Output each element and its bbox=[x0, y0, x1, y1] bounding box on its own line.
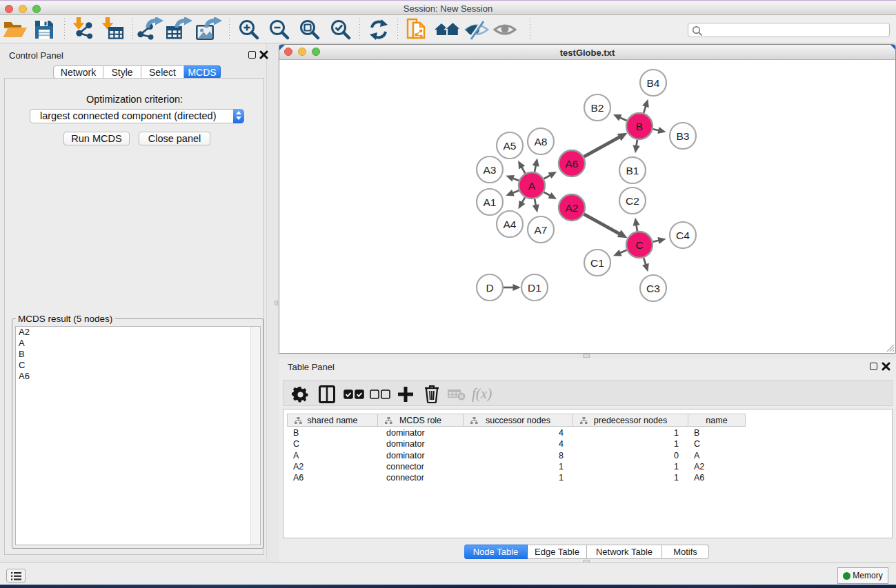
svg-text:C: C bbox=[635, 239, 643, 251]
svg-text:D1: D1 bbox=[528, 282, 541, 294]
svg-text:B1: B1 bbox=[626, 165, 639, 176]
svg-text:A2: A2 bbox=[566, 202, 579, 214]
svg-text:f(x): f(x) bbox=[472, 386, 492, 402]
svg-text:A7: A7 bbox=[535, 224, 548, 236]
svg-text:A1: A1 bbox=[484, 196, 497, 208]
svg-text:C3: C3 bbox=[646, 283, 660, 294]
svg-text:A4: A4 bbox=[504, 219, 517, 230]
svg-text:A: A bbox=[528, 180, 536, 192]
svg-text:C2: C2 bbox=[626, 195, 639, 207]
svg-text:A3: A3 bbox=[484, 164, 497, 176]
svg-text:B4: B4 bbox=[647, 77, 660, 89]
svg-text:B3: B3 bbox=[677, 130, 690, 142]
svg-text:D: D bbox=[486, 282, 493, 294]
svg-text:A8: A8 bbox=[535, 136, 548, 148]
svg-text:C4: C4 bbox=[676, 230, 690, 241]
svg-text:B2: B2 bbox=[591, 102, 604, 114]
svg-text:A5: A5 bbox=[504, 140, 517, 152]
svg-text:A6: A6 bbox=[566, 158, 579, 170]
svg-text:C1: C1 bbox=[590, 257, 604, 269]
svg-text:B: B bbox=[636, 121, 643, 132]
